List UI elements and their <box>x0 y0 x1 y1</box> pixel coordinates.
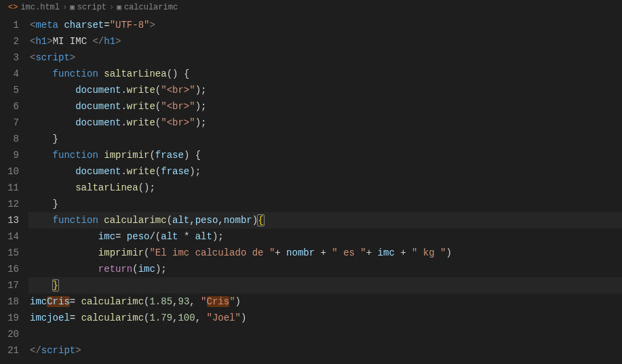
code-token: " <box>229 296 235 307</box>
code-token: peso <box>127 231 150 242</box>
code-token: 1.79 <box>149 312 172 323</box>
code-token: alt <box>161 231 178 242</box>
code-token <box>30 166 75 177</box>
code-token: charset <box>64 20 104 31</box>
code-token <box>30 280 53 291</box>
code-token <box>98 150 104 161</box>
code-line[interactable]: function imprimir(frase) { <box>28 147 622 163</box>
code-line[interactable]: imcjoel= calcularimc(1.79,100, "Joel") <box>28 310 622 326</box>
code-token: imc <box>98 231 115 242</box>
line-number: 20 <box>0 326 19 342</box>
code-line[interactable]: return(imc); <box>28 261 622 277</box>
code-line[interactable]: } <box>28 196 622 212</box>
code-token: imcjoel <box>30 312 70 323</box>
code-token: () <box>167 68 178 79</box>
code-token: document <box>75 117 121 128</box>
code-token: MI IMC <box>53 36 93 47</box>
code-token: meta <box>35 20 58 31</box>
code-line[interactable]: } <box>28 131 622 147</box>
code-token <box>30 247 98 258</box>
code-token: alt <box>195 231 212 242</box>
code-line[interactable]: saltarLinea(); <box>28 180 622 196</box>
code-token: ); <box>195 101 207 112</box>
code-token <box>30 85 75 96</box>
code-token: > <box>149 20 155 31</box>
breadcrumb-separator-icon: › <box>109 3 114 12</box>
code-token: { <box>184 68 189 79</box>
breadcrumb-scope-script[interactable]: script <box>77 3 106 12</box>
code-token: ); <box>155 264 167 275</box>
code-line[interactable]: function calcularimc(alt,peso,nombr){ <box>28 212 622 228</box>
code-token: ); <box>189 166 201 177</box>
code-token: = <box>104 20 109 31</box>
code-token: ) <box>235 296 241 307</box>
code-editor[interactable]: 123456789101112131415161718192021 <meta … <box>0 15 622 364</box>
code-token: , <box>189 215 195 226</box>
code-token: calcularimc <box>81 296 144 307</box>
code-token: script <box>41 345 75 356</box>
code-token: document <box>75 166 121 177</box>
line-number: 1 <box>0 17 19 33</box>
code-line[interactable]: document.write("<br>"); <box>28 115 622 131</box>
code-token: 100 <box>178 312 195 323</box>
code-token: ( <box>132 264 138 275</box>
code-token: } <box>53 134 58 144</box>
line-number: 15 <box>0 245 19 261</box>
code-line[interactable] <box>28 326 622 342</box>
code-line[interactable]: <meta charset="UTF-8"> <box>28 17 622 33</box>
line-number: 14 <box>0 228 19 245</box>
line-number: 13 <box>0 212 19 228</box>
code-token: return <box>98 264 132 275</box>
code-token: document <box>75 85 121 96</box>
code-token: function <box>53 150 98 161</box>
code-token: + <box>275 247 286 258</box>
code-token: { <box>258 215 263 226</box>
code-token: , <box>218 215 223 226</box>
code-line[interactable]: imprimir("El imc calculado de "+ nombr +… <box>28 245 622 261</box>
code-token: > <box>47 36 52 47</box>
file-icon: <> <box>8 3 18 12</box>
code-token: Cris <box>47 296 70 307</box>
code-token: document <box>75 101 121 112</box>
code-token: ) <box>252 215 258 226</box>
code-line[interactable]: imcCris= calcularimc(1.85,93, "Cris") <box>28 294 622 310</box>
code-line[interactable]: imc= peso/(alt * alt); <box>28 228 622 245</box>
code-area[interactable]: <meta charset="UTF-8"><h1>MI IMC </h1><s… <box>28 15 622 364</box>
code-token: { <box>195 150 201 161</box>
code-line[interactable]: <h1>MI IMC </h1> <box>28 33 622 49</box>
code-token: ); <box>195 117 207 128</box>
code-token <box>30 150 53 161</box>
code-line[interactable]: } <box>28 277 622 294</box>
breadcrumb-scope-function[interactable]: calcularimc <box>124 3 178 12</box>
code-token: write <box>127 166 155 177</box>
code-token: imc <box>30 296 47 307</box>
code-line[interactable]: document.write("<br>"); <box>28 82 622 98</box>
line-number: 4 <box>0 66 19 82</box>
code-token: + <box>395 247 412 258</box>
code-token: /( <box>149 231 161 242</box>
code-line[interactable]: <script> <box>28 49 622 66</box>
code-token: nombr <box>224 215 252 226</box>
code-token <box>98 68 104 79</box>
line-number: 21 <box>0 342 19 359</box>
code-token: ) <box>241 312 246 323</box>
code-line[interactable]: </script> <box>28 342 622 359</box>
code-line[interactable]: document.write("<br>"); <box>28 98 622 115</box>
code-token: " kg " <box>412 247 446 258</box>
line-number: 10 <box>0 163 19 180</box>
code-token: ( <box>155 85 161 96</box>
code-line[interactable]: function saltarLinea() { <box>28 66 622 82</box>
code-token: write <box>127 117 155 128</box>
breadcrumb-file[interactable]: imc.html <box>20 3 60 12</box>
code-token: "<br>" <box>161 85 195 96</box>
code-line[interactable]: document.write(frase); <box>28 163 622 180</box>
code-token: 93 <box>178 296 189 307</box>
breadcrumb[interactable]: <> imc.html › ▣ script › ▣ calcularimc <box>0 0 622 15</box>
code-token <box>30 231 98 242</box>
code-token: write <box>127 101 155 112</box>
code-token: + <box>315 247 332 258</box>
line-number: 8 <box>0 131 19 147</box>
line-number: 6 <box>0 98 19 115</box>
code-token: "<br>" <box>161 117 195 128</box>
code-token: imc <box>378 247 395 258</box>
